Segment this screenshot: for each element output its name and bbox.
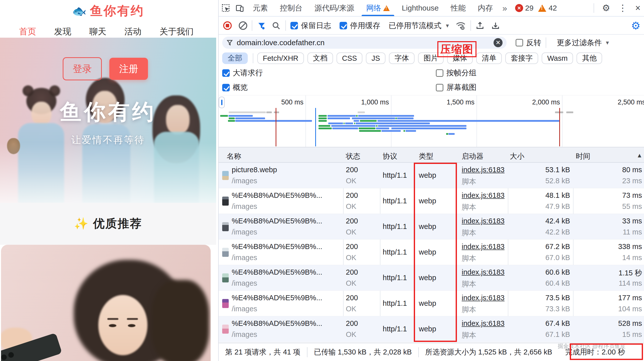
chip-wasm[interactable]: Wasm — [542, 52, 573, 64]
more-filters-dropdown[interactable]: 更多过滤条件▾ — [557, 38, 609, 48]
disable-cache-checkbox[interactable]: 停用缓存 — [340, 21, 380, 31]
col-name[interactable]: 名称 — [227, 151, 241, 161]
chip-css[interactable]: CSS — [337, 52, 363, 64]
recommend-photo[interactable] — [1, 245, 211, 361]
tab-lighthouse[interactable]: Lighthouse — [396, 0, 445, 16]
preserve-log-checkbox[interactable]: 保留日志 — [290, 21, 331, 31]
tab-memory[interactable]: 内存 — [472, 0, 499, 16]
col-protocol[interactable]: 协议 — [383, 151, 397, 161]
request-latency: 15 ms — [622, 330, 642, 339]
chip-font[interactable]: 字体 — [389, 52, 415, 64]
tab-console[interactable]: 控制台 — [274, 0, 308, 16]
waterfall-bar — [318, 115, 327, 117]
table-row[interactable]: %E4%B8%AD%E5%9B%... /images 200 OK http/… — [219, 265, 644, 291]
overview-drag-handle[interactable] — [219, 97, 225, 108]
filter-icon[interactable] — [257, 21, 266, 30]
search-icon[interactable] — [271, 21, 281, 30]
divider — [594, 3, 594, 13]
chip-fetch-xhr[interactable]: Fetch/XHR — [257, 52, 304, 64]
request-path: /images — [232, 254, 257, 262]
overview-graph[interactable]: 500 ms1,000 ms1,500 ms2,000 ms2,500 ms — [219, 95, 644, 147]
col-time[interactable]: 时间 — [576, 151, 590, 161]
invert-filter-checkbox[interactable]: 反转 — [516, 38, 541, 48]
divider — [253, 53, 253, 63]
devtools-settings-icon[interactable]: ⚙ — [598, 3, 614, 13]
export-har-icon[interactable] — [491, 21, 500, 30]
record-network-log-icon[interactable] — [223, 21, 232, 30]
request-latency: 114 ms — [619, 279, 642, 287]
request-thumbnail — [222, 222, 229, 231]
throttling-dropdown[interactable]: 已停用节流模式▾ — [389, 21, 449, 31]
waterfall-bar — [356, 123, 430, 124]
request-type-chips: 全部 Fetch/XHR 文档 CSS JS 字体 图片 媒体 清单 套接字 W… — [219, 51, 644, 66]
kebab-menu-icon[interactable]: ⋮ — [614, 3, 631, 13]
request-table-header: 名称 状态 协议 类型 启动器 大小 时间 ▲ — [219, 147, 644, 163]
tab-performance[interactable]: 性能 — [445, 0, 472, 16]
chip-manifest[interactable]: 清单 — [476, 52, 502, 64]
network-settings-icon[interactable]: ⚙ — [631, 20, 640, 32]
inspect-element-icon[interactable] — [219, 4, 233, 13]
request-initiator-link[interactable]: index.js:6183 — [462, 243, 506, 251]
chip-all[interactable]: 全部 — [222, 52, 248, 64]
chip-js[interactable]: JS — [366, 52, 385, 64]
request-initiator-link[interactable]: index.js:6183 — [462, 217, 506, 225]
nav-item-discover[interactable]: 发现 — [54, 26, 71, 37]
col-initiator[interactable]: 启动器 — [462, 151, 484, 161]
waterfall-bar — [352, 117, 395, 119]
col-status[interactable]: 状态 — [346, 151, 360, 161]
group-by-frame-checkbox[interactable]: 按帧分组 — [436, 68, 476, 78]
tab-network[interactable]: 网络 — [360, 0, 396, 16]
request-initiator-link[interactable]: index.js:6183 — [462, 268, 506, 276]
request-status-text: OK — [346, 279, 356, 287]
tab-elements[interactable]: 元素 — [247, 0, 274, 16]
request-initiator-link[interactable]: index.js:6183 — [462, 294, 506, 302]
request-initiator-link[interactable]: index.js:6183 — [462, 166, 506, 174]
login-button[interactable]: 登录 — [63, 57, 102, 80]
clear-network-log-icon[interactable] — [239, 21, 247, 30]
annotation-compressed-label: 压缩图 — [437, 41, 476, 57]
table-row[interactable]: %E4%B8%AD%E5%9B%... /images 200 OK http/… — [219, 239, 644, 265]
photo-figure — [128, 324, 135, 327]
nav-item-about[interactable]: 关于我们 — [159, 26, 194, 37]
request-name: %E4%B8%AD%E5%9B%... — [232, 294, 322, 302]
table-row[interactable]: %E4%B8%AD%E5%9B%... /images 200 OK http/… — [219, 188, 644, 214]
close-devtools-icon[interactable]: × — [631, 3, 644, 13]
sort-asc-icon[interactable]: ▲ — [636, 152, 642, 159]
clear-filter-icon[interactable]: ✕ — [494, 38, 503, 47]
col-type[interactable]: 类型 — [419, 151, 433, 161]
nav-item-chat[interactable]: 聊天 — [89, 26, 106, 37]
network-warning-icon — [383, 5, 390, 11]
overview-checkbox[interactable]: 概览 — [222, 82, 248, 93]
request-thumbnail — [222, 325, 229, 334]
table-row[interactable]: %E4%B8%AD%E5%9B%... /images 200 OK http/… — [219, 214, 644, 239]
more-tabs-icon[interactable]: » — [499, 3, 511, 13]
checkbox-checked-icon — [222, 69, 230, 77]
big-request-rows-checkbox[interactable]: 大请求行 — [222, 68, 263, 78]
table-row[interactable]: %E4%B8%AD%E5%9B%... /images 200 OK http/… — [219, 291, 644, 316]
request-time: 338 ms — [618, 243, 642, 251]
request-initiator-type: 脚本 — [462, 305, 476, 315]
nav-item-home[interactable]: 首页 — [19, 26, 36, 37]
checkbox-unchecked-icon — [436, 69, 443, 77]
request-initiator-link[interactable]: index.js:6183 — [462, 319, 506, 328]
screenshots-checkbox[interactable]: 屏幕截图 — [436, 82, 476, 93]
nav-item-activity[interactable]: 活动 — [124, 26, 141, 37]
chip-other[interactable]: 其他 — [577, 52, 602, 64]
network-conditions-icon[interactable] — [455, 20, 466, 31]
error-badge[interactable]: ×29 — [515, 4, 533, 12]
request-size: 67.4 kB — [545, 319, 570, 328]
device-toolbar-icon[interactable] — [233, 4, 247, 13]
table-row[interactable]: picture8.webp /images 200 OK http/1.1 we… — [219, 163, 644, 188]
register-button[interactable]: 注册 — [109, 58, 148, 80]
site-logo[interactable]: 🐟鱼你有约 — [0, 0, 216, 19]
table-row[interactable]: %E4%B8%AD%E5%9B%... /images 200 OK http/… — [219, 316, 644, 342]
chip-doc[interactable]: 文档 — [307, 52, 333, 64]
timeline-tick-label: 2,000 ms — [532, 98, 560, 106]
request-initiator-link[interactable]: index.js:6183 — [462, 191, 506, 200]
hero-subtitle: 让爱情不再等待 — [0, 134, 216, 146]
import-har-icon[interactable] — [475, 21, 485, 30]
warning-badge[interactable]: 42 — [538, 4, 557, 12]
tab-sources[interactable]: 源代码/来源 — [308, 0, 360, 16]
chip-socket[interactable]: 套接字 — [505, 52, 538, 64]
col-size[interactable]: 大小 — [510, 151, 524, 161]
